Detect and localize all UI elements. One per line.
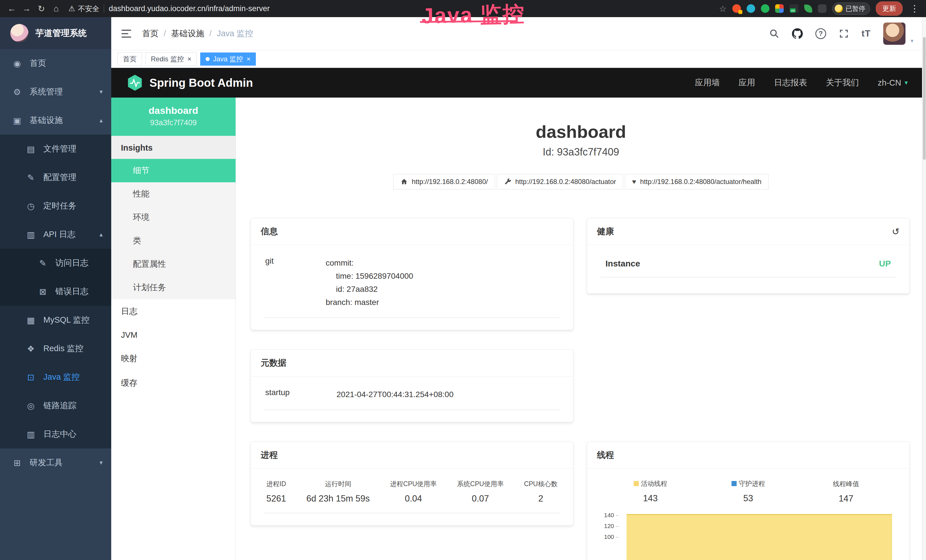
app-title: 芋道管理系统	[35, 27, 87, 39]
browser-update-button[interactable]: 更新	[876, 2, 903, 16]
blue-extension-icon[interactable]	[747, 4, 755, 13]
legend-value: 147	[797, 493, 895, 504]
reload-icon[interactable]: ↻	[35, 2, 48, 15]
sidebar-item-log-center[interactable]: ▥ 日志中心	[0, 420, 111, 448]
live-threads-area	[626, 514, 892, 560]
sidebar-item-java-monitor[interactable]: ⊡ Java 监控	[0, 363, 111, 391]
sidebar-item-home[interactable]: ◉ 首页	[0, 49, 111, 77]
green-extension-icon[interactable]	[761, 4, 769, 13]
wrench-icon	[504, 178, 511, 185]
sba-item-metrics[interactable]: 性能	[111, 182, 236, 206]
url-text[interactable]: dashboard.yudao.iocoder.cn/infra/admin-s…	[109, 4, 269, 13]
sba-item-mappings[interactable]: 映射	[111, 346, 236, 371]
search-icon[interactable]	[769, 29, 779, 39]
sba-item-caches[interactable]: 缓存	[111, 371, 236, 395]
sidebar-item-system-mgmt[interactable]: ⚙ 系统管理 ▾	[0, 77, 111, 106]
sidebar-item-error-logs[interactable]: ⊠ 错误日志	[0, 277, 111, 306]
card-header: 信息	[251, 218, 573, 245]
profile-paused-chip[interactable]: 已暂停	[832, 3, 870, 15]
sba-item-details[interactable]: 细节	[111, 159, 236, 182]
error-log-icon: ⊠	[38, 287, 48, 297]
help-icon[interactable]: ?	[816, 28, 826, 39]
bookmark-star-icon[interactable]: ☆	[719, 4, 727, 14]
actuator-url-link[interactable]: http://192.168.0.2:48080/actuator	[497, 174, 623, 189]
sba-item-jvm[interactable]: JVM	[111, 324, 236, 346]
sidebar-logo[interactable]: 芋道管理系统	[0, 17, 111, 49]
sidebar-item-tracing[interactable]: ◎ 链路追踪	[0, 391, 111, 420]
service-url-link[interactable]: http://192.168.0.2:48080/	[393, 174, 495, 189]
header-actions: ? tT ▾	[769, 23, 914, 45]
grid-extension-icon[interactable]	[775, 4, 784, 13]
card-header: 线程	[587, 442, 909, 469]
card-title: 线程	[597, 449, 614, 461]
tab-home[interactable]: 首页	[118, 53, 142, 66]
forward-icon[interactable]: →	[20, 2, 33, 15]
back-icon[interactable]: ←	[5, 2, 18, 15]
sba-item-scheduled-tasks[interactable]: 计划任务	[111, 276, 236, 299]
legend-live-threads: 活动线程 143	[601, 479, 699, 504]
chevron-down-icon: ▾	[905, 79, 908, 86]
tab-java-monitor[interactable]: Java 监控 ×	[200, 53, 256, 66]
extension-badge	[738, 10, 742, 14]
puzzle-extensions-icon[interactable]	[818, 4, 826, 13]
sba-nav-wallboard[interactable]: 应用墙	[695, 77, 720, 88]
sba-nav-journal[interactable]: 日志报表	[774, 77, 807, 88]
col-label: 运行时间	[306, 480, 369, 488]
sidebar-item-config-mgmt[interactable]: ✎ 配置管理	[0, 163, 111, 192]
legend-label: 守护进程	[739, 479, 765, 488]
home-icon[interactable]: ⌂	[50, 2, 63, 15]
sidebar-item-label: 链路追踪	[43, 400, 76, 412]
sba-nav-applications[interactable]: 应用	[738, 77, 755, 88]
edit-icon: ✎	[26, 173, 36, 183]
sba-item-logs[interactable]: 日志	[111, 299, 236, 324]
sba-locale-select[interactable]: zh-CN ▾	[878, 78, 908, 88]
sidebar-item-redis-monitor[interactable]: ❖ Redis 监控	[0, 334, 111, 363]
sba-item-environment[interactable]: 环境	[111, 206, 236, 229]
scrollbar-thumb[interactable]	[923, 37, 926, 160]
sba-instance-block[interactable]: dashboard 93a3fc7f7409	[111, 98, 236, 136]
brave-lion-extension-icon[interactable]	[732, 4, 741, 13]
sba-logo[interactable]: Spring Boot Admin	[127, 74, 253, 91]
sba-nav-about[interactable]: 关于我们	[826, 77, 859, 88]
health-card: 健康 ↺ Instance UP	[587, 218, 909, 294]
sidebar-item-file-mgmt[interactable]: ▤ 文件管理	[0, 135, 111, 163]
content-row: 芋道管理系统 ◉ 首页 ⚙ 系统管理 ▾ ▣ 基础设施 ▴	[0, 17, 926, 560]
sba-item-classes[interactable]: 类	[111, 229, 236, 253]
layers-icon: ❖	[26, 344, 36, 354]
font-size-icon[interactable]: tT	[861, 28, 871, 39]
close-icon[interactable]: ×	[247, 55, 250, 63]
sba-item-config-props[interactable]: 配置属性	[111, 253, 236, 276]
security-indicator[interactable]: ⚠ 不安全	[68, 4, 99, 14]
sidebar-item-dev-tools[interactable]: ⊞ 研发工具 ▾	[0, 448, 111, 477]
tab-redis-monitor[interactable]: Redis 监控 ×	[145, 53, 197, 66]
close-icon[interactable]: ×	[188, 55, 191, 63]
user-avatar[interactable]	[883, 23, 905, 45]
fullscreen-icon[interactable]	[839, 29, 849, 39]
sidebar-item-api-logs[interactable]: ▥ API 日志 ▴	[0, 220, 111, 249]
info-key: git	[265, 256, 326, 309]
breadcrumb-home[interactable]: 首页	[142, 28, 159, 39]
sidebar-item-mysql-monitor[interactable]: ▦ MySQL 监控	[0, 306, 111, 334]
health-url-link[interactable]: ♥ http://192.168.0.2:48080/actuator/heal…	[625, 174, 769, 189]
history-icon[interactable]: ↺	[892, 226, 899, 237]
scrollbar[interactable]	[922, 17, 926, 560]
address-bar[interactable]: ⚠ 不安全 dashboard.yudao.iocoder.cn/infra/a…	[68, 4, 717, 14]
instance-links: http://192.168.0.2:48080/ http://192.168…	[236, 174, 926, 189]
sidebar-item-access-logs[interactable]: ✎ 访问日志	[0, 249, 111, 277]
on-badge: on	[790, 8, 796, 12]
profile-avatar	[835, 5, 843, 12]
hamburger-icon[interactable]	[121, 28, 132, 39]
breadcrumb-separator: /	[164, 29, 166, 38]
sba-main: dashboard Id: 93a3fc7f7409 http://192.16…	[236, 98, 926, 560]
breadcrumb-separator: /	[209, 29, 212, 38]
browser-menu-icon[interactable]: ⋮	[908, 3, 921, 14]
breadcrumb-infrastructure[interactable]: 基础设施	[171, 28, 204, 39]
threads-card: 线程 活动线程 143	[587, 442, 909, 560]
sidebar-item-scheduled-jobs[interactable]: ◷ 定时任务	[0, 192, 111, 220]
leaf-extension-icon[interactable]	[804, 5, 812, 12]
github-icon[interactable]	[792, 28, 803, 39]
sidebar-item-infrastructure[interactable]: ▣ 基础设施 ▴	[0, 106, 111, 135]
active-dot	[206, 57, 210, 61]
switch-extension-icon[interactable]: on	[790, 4, 799, 13]
card-title: 元数据	[261, 357, 286, 369]
